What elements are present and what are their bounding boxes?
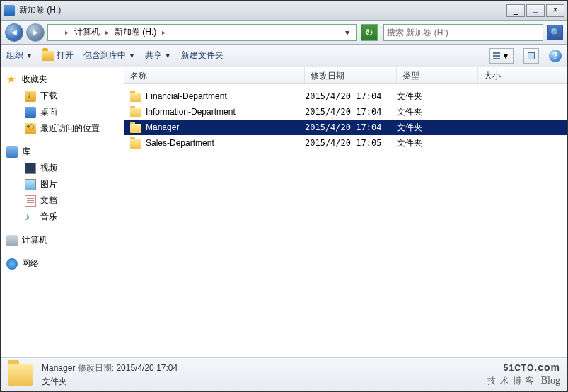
address-dropdown[interactable]: ▾ (342, 28, 353, 38)
file-date: 2015/4/20 17:04 (305, 122, 397, 132)
file-type: 文件夹 (397, 137, 478, 149)
desktop-icon (25, 107, 36, 118)
column-header: 名称 修改日期 类型 大小 (124, 67, 567, 84)
sidebar-item-pictures[interactable]: 图片 (1, 176, 124, 192)
pictures-icon (25, 179, 36, 190)
breadcrumb-drive[interactable]: 新加卷 (H:) (112, 25, 159, 40)
sidebar-favorites[interactable]: ★收藏夹 (1, 71, 124, 88)
documents-icon (25, 195, 36, 207)
file-date: 2015/4/20 17:04 (305, 107, 397, 117)
forward-button[interactable]: ► (26, 23, 45, 42)
minimize-button[interactable]: _ (506, 4, 525, 17)
content-area: ★收藏夹 下载 桌面 最近访问的位置 库 视频 图片 文档 ♪音乐 计算机 网络… (1, 67, 567, 357)
file-name: Sales-Department (146, 138, 214, 148)
explorer-window: 新加卷 (H:) _ □ × ◄ ► ▸ 计算机 ▸ 新加卷 (H:) ▸ ▾ … (0, 0, 568, 392)
status-line-1: Manager 修改日期: 2015/4/20 17:04 (42, 362, 178, 374)
include-library-button[interactable]: 包含到库中▼ (83, 50, 135, 62)
help-button[interactable]: ? (549, 50, 562, 62)
preview-pane-button[interactable] (523, 48, 539, 64)
table-row[interactable]: Financial-Department2015/4/20 17:04文件夹 (124, 88, 567, 104)
sidebar-network[interactable]: 网络 (1, 255, 124, 272)
organize-button[interactable]: 组织▼ (6, 50, 33, 62)
star-icon: ★ (6, 74, 18, 86)
titlebar[interactable]: 新加卷 (H:) _ □ × (1, 1, 567, 21)
drive-icon (51, 27, 62, 38)
file-date: 2015/4/20 17:04 (305, 91, 397, 101)
downloads-icon (25, 91, 36, 102)
video-icon (25, 163, 36, 174)
file-list[interactable]: Financial-Department2015/4/20 17:04文件夹In… (124, 84, 567, 357)
back-button[interactable]: ◄ (5, 23, 23, 42)
folder-open-icon (42, 51, 54, 61)
column-size[interactable]: 大小 (478, 67, 567, 83)
chevron-right-icon[interactable]: ▸ (105, 28, 109, 36)
sidebar-item-music[interactable]: ♪音乐 (1, 209, 124, 225)
chevron-right-icon[interactable]: ▸ (162, 28, 166, 36)
status-bar: Manager 修改日期: 2015/4/20 17:04 文件夹 (1, 357, 567, 391)
file-date: 2015/4/20 17:05 (305, 138, 397, 148)
sidebar-libraries[interactable]: 库 (1, 144, 124, 160)
file-name: Manager (146, 122, 179, 132)
column-date[interactable]: 修改日期 (305, 67, 397, 83)
sidebar-item-downloads[interactable]: 下载 (1, 88, 124, 104)
network-icon (6, 258, 18, 270)
file-type: 文件夹 (397, 91, 478, 103)
file-name: Information-Department (146, 107, 236, 117)
file-pane: 名称 修改日期 类型 大小 Financial-Department2015/4… (124, 67, 567, 357)
recent-icon (25, 123, 36, 134)
sidebar: ★收藏夹 下载 桌面 最近访问的位置 库 视频 图片 文档 ♪音乐 计算机 网络 (1, 67, 124, 357)
nav-row: ◄ ► ▸ 计算机 ▸ 新加卷 (H:) ▸ ▾ ↻ 🔍 (1, 21, 567, 45)
computer-icon (6, 235, 18, 246)
search-button[interactable]: 🔍 (547, 25, 563, 40)
address-bar[interactable]: ▸ 计算机 ▸ 新加卷 (H:) ▸ ▾ (47, 24, 357, 41)
column-name[interactable]: 名称 (124, 67, 305, 83)
table-row[interactable]: Sales-Department2015/4/20 17:05文件夹 (124, 135, 567, 151)
new-folder-button[interactable]: 新建文件夹 (181, 50, 224, 62)
library-icon (6, 146, 18, 158)
folder-icon (130, 124, 141, 133)
sidebar-computer[interactable]: 计算机 (1, 232, 124, 248)
window-controls: _ □ × (506, 4, 564, 17)
column-type[interactable]: 类型 (397, 67, 478, 83)
share-button[interactable]: 共享▼ (145, 50, 171, 62)
folder-icon (130, 139, 141, 149)
maximize-button[interactable]: □ (526, 4, 545, 17)
sidebar-item-documents[interactable]: 文档 (1, 192, 124, 209)
music-icon: ♪ (25, 212, 36, 223)
sidebar-item-recent[interactable]: 最近访问的位置 (1, 120, 124, 137)
search-input[interactable] (387, 28, 540, 38)
file-name: Financial-Department (146, 91, 227, 101)
sidebar-item-desktop[interactable]: 桌面 (1, 104, 124, 120)
sidebar-item-videos[interactable]: 视频 (1, 160, 124, 176)
folder-icon (130, 108, 141, 117)
refresh-button[interactable]: ↻ (361, 24, 378, 41)
folder-icon (8, 364, 33, 386)
drive-icon (4, 5, 15, 16)
file-type: 文件夹 (397, 122, 478, 134)
toolbar: 组织▼ 打开 包含到库中▼ 共享▼ 新建文件夹 ▼ ? (1, 45, 567, 67)
window-title: 新加卷 (H:) (19, 4, 506, 16)
close-button[interactable]: × (546, 4, 564, 17)
search-box[interactable] (383, 24, 543, 41)
breadcrumb-computer[interactable]: 计算机 (71, 25, 103, 40)
status-line-2: 文件夹 (42, 376, 178, 388)
table-row[interactable]: Information-Department2015/4/20 17:04文件夹 (124, 104, 567, 120)
open-button[interactable]: 打开 (42, 50, 74, 62)
table-row[interactable]: Manager2015/4/20 17:04文件夹 (124, 120, 567, 135)
file-type: 文件夹 (397, 106, 478, 118)
folder-icon (130, 93, 141, 102)
view-mode-button[interactable]: ▼ (489, 48, 514, 64)
chevron-right-icon[interactable]: ▸ (65, 28, 69, 36)
